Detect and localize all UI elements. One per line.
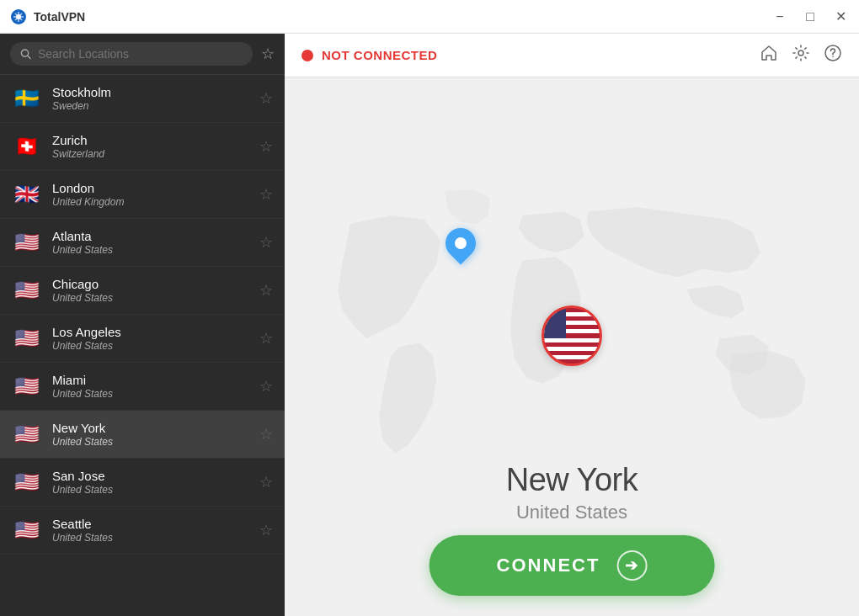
- location-name-london: London: [52, 181, 253, 195]
- flag-stockholm: 🇸🇪: [12, 83, 42, 114]
- location-info-san_jose: San Jose United States: [52, 469, 253, 496]
- location-country-miami: United States: [52, 388, 253, 400]
- location-info-los_angeles: Los Angeles United States: [52, 325, 253, 352]
- location-info-zurich: Zurich Switzerland: [52, 133, 253, 160]
- favorite-star-seattle[interactable]: ☆: [259, 521, 273, 539]
- location-item-san_jose[interactable]: 🇺🇸 San Jose United States ☆: [0, 459, 285, 507]
- location-display: New York United States: [506, 462, 638, 523]
- favorite-star-miami[interactable]: ☆: [259, 377, 273, 396]
- map-area: New York United States CONNECT ➔: [285, 77, 859, 616]
- location-item-london[interactable]: 🇬🇧 London United Kingdom ☆: [0, 171, 285, 219]
- location-country-seattle: United States: [52, 532, 253, 544]
- flag-london: 🇬🇧: [12, 179, 42, 210]
- location-info-london: London United Kingdom: [52, 181, 253, 208]
- flag-zurich: 🇨🇭: [12, 131, 42, 162]
- titlebar: TotalVPN − □ ✕: [0, 0, 859, 34]
- location-item-zurich[interactable]: 🇨🇭 Zurich Switzerland ☆: [0, 123, 285, 171]
- location-info-stockholm: Stockholm Sweden: [52, 85, 253, 112]
- connect-button[interactable]: CONNECT ➔: [430, 535, 715, 596]
- location-info-atlanta: Atlanta United States: [52, 229, 253, 256]
- location-name-stockholm: Stockholm: [52, 85, 253, 99]
- location-info-new_york: New York United States: [52, 421, 253, 448]
- maximize-button[interactable]: □: [802, 9, 819, 24]
- titlebar-left: TotalVPN: [10, 8, 85, 25]
- flag-chicago: 🇺🇸: [12, 275, 42, 305]
- location-name-los_angeles: Los Angeles: [52, 325, 253, 339]
- top-bar: NOT CONNECTED: [285, 34, 859, 77]
- favorite-star-chicago[interactable]: ☆: [259, 281, 273, 300]
- app-title: TotalVPN: [34, 10, 85, 24]
- settings-icon[interactable]: [792, 44, 810, 67]
- svg-line-3: [28, 56, 30, 58]
- location-item-chicago[interactable]: 🇺🇸 Chicago United States ☆: [0, 267, 285, 315]
- location-item-miami[interactable]: 🇺🇸 Miami United States ☆: [0, 363, 285, 411]
- location-name-seattle: Seattle: [52, 517, 253, 531]
- search-icon: [20, 48, 31, 60]
- location-country-atlanta: United States: [52, 244, 253, 256]
- sidebar-header: ☆: [0, 34, 285, 75]
- location-item-los_angeles[interactable]: 🇺🇸 Los Angeles United States ☆: [0, 315, 285, 363]
- flag-miami: 🇺🇸: [12, 371, 42, 401]
- display-country: United States: [506, 502, 638, 523]
- favorite-star-new_york[interactable]: ☆: [259, 425, 273, 443]
- status-dot: [301, 50, 313, 61]
- location-country-london: United Kingdom: [52, 196, 253, 208]
- location-item-stockholm[interactable]: 🇸🇪 Stockholm Sweden ☆: [0, 75, 285, 123]
- flag-atlanta: 🇺🇸: [12, 227, 42, 258]
- flag-san_jose: 🇺🇸: [12, 467, 42, 497]
- location-info-chicago: Chicago United States: [52, 277, 253, 304]
- location-name-atlanta: Atlanta: [52, 229, 253, 243]
- selected-flag: [542, 305, 602, 366]
- vpn-logo-icon: [10, 8, 27, 25]
- location-info-miami: Miami United States: [52, 373, 253, 400]
- flag-seattle: 🇺🇸: [12, 515, 42, 545]
- minimize-button[interactable]: −: [771, 9, 788, 24]
- favorite-star-stockholm[interactable]: ☆: [259, 89, 273, 108]
- location-item-seattle[interactable]: 🇺🇸 Seattle United States ☆: [0, 507, 285, 555]
- favorite-star-london[interactable]: ☆: [259, 185, 273, 204]
- location-country-san_jose: United States: [52, 484, 253, 496]
- location-name-zurich: Zurich: [52, 133, 253, 147]
- selected-flag-circle: [542, 305, 602, 366]
- right-panel: NOT CONNECTED: [285, 34, 859, 616]
- connect-button-container: CONNECT ➔: [430, 535, 715, 596]
- location-country-los_angeles: United States: [52, 340, 253, 352]
- location-pin: [446, 228, 476, 258]
- location-item-atlanta[interactable]: 🇺🇸 Atlanta United States ☆: [0, 219, 285, 267]
- svg-point-6: [832, 56, 834, 57]
- flag-new_york: 🇺🇸: [12, 419, 42, 449]
- location-name-chicago: Chicago: [52, 277, 253, 291]
- location-list: 🇸🇪 Stockholm Sweden ☆ 🇨🇭 Zurich Switzerl…: [0, 75, 285, 616]
- location-country-stockholm: Sweden: [52, 100, 253, 112]
- location-item-new_york[interactable]: 🇺🇸 New York United States ☆: [0, 411, 285, 459]
- location-country-chicago: United States: [52, 292, 253, 304]
- location-info-seattle: Seattle United States: [52, 517, 253, 544]
- connect-arrow-icon: ➔: [616, 550, 647, 581]
- display-city: New York: [506, 462, 638, 498]
- favorite-star-san_jose[interactable]: ☆: [259, 473, 273, 491]
- location-name-san_jose: San Jose: [52, 469, 253, 483]
- location-country-new_york: United States: [52, 436, 253, 448]
- search-input[interactable]: [38, 47, 243, 61]
- svg-point-1: [16, 14, 21, 19]
- help-icon[interactable]: [824, 44, 842, 67]
- favorites-icon[interactable]: ☆: [261, 45, 275, 63]
- status-text: NOT CONNECTED: [322, 48, 437, 62]
- main-layout: ☆ 🇸🇪 Stockholm Sweden ☆ 🇨🇭 Zurich Switze…: [0, 34, 859, 616]
- location-name-new_york: New York: [52, 421, 253, 435]
- location-country-zurich: Switzerland: [52, 148, 253, 160]
- home-icon[interactable]: [760, 44, 778, 67]
- flag-los_angeles: 🇺🇸: [12, 323, 42, 353]
- favorite-star-los_angeles[interactable]: ☆: [259, 329, 273, 348]
- sidebar: ☆ 🇸🇪 Stockholm Sweden ☆ 🇨🇭 Zurich Switze…: [0, 34, 285, 616]
- favorite-star-zurich[interactable]: ☆: [259, 137, 273, 156]
- pin-shape: [439, 222, 482, 265]
- titlebar-controls: − □ ✕: [771, 8, 849, 24]
- location-name-miami: Miami: [52, 373, 253, 387]
- search-bar[interactable]: [10, 42, 253, 66]
- svg-point-4: [798, 50, 803, 56]
- close-button[interactable]: ✕: [832, 8, 849, 24]
- favorite-star-atlanta[interactable]: ☆: [259, 233, 273, 252]
- connect-label: CONNECT: [497, 555, 600, 576]
- top-bar-icons: [760, 44, 842, 67]
